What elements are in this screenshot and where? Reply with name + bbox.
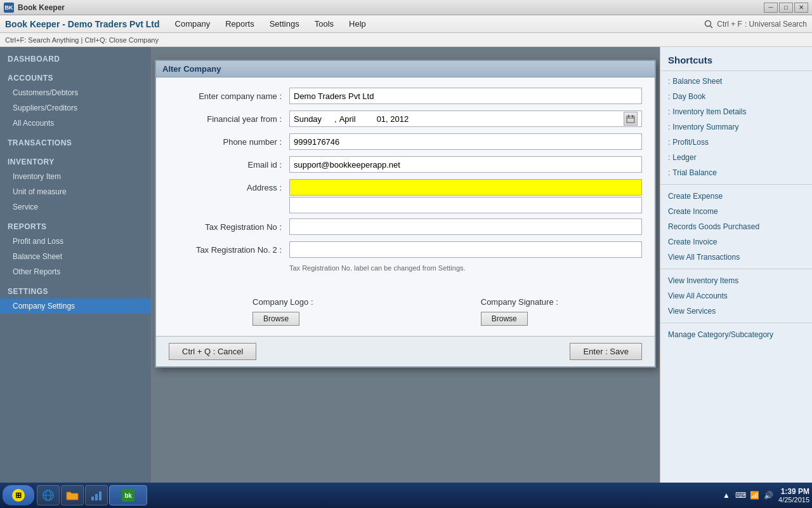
shortcut-ledger[interactable]: :Ledger [660, 150, 812, 165]
email-row: Email id : [169, 156, 642, 173]
email-input[interactable] [289, 156, 642, 173]
date-comma: , [334, 114, 337, 124]
taskbar-chart-button[interactable] [85, 485, 108, 505]
svg-point-0 [705, 20, 711, 26]
address-input-1[interactable] [289, 179, 642, 196]
sidebar-item-company-settings[interactable]: Company Settings [0, 298, 151, 314]
shortcut-create-invoice[interactable]: Create Invoice [660, 234, 812, 250]
shortcut-balance-sheet[interactable]: :Balance Sheet [660, 74, 812, 89]
phone-label: Phone number : [169, 137, 289, 147]
taskbar-bk-button[interactable]: bk [109, 485, 147, 505]
address-row-2 [169, 197, 642, 213]
logo-label: Company Logo : [252, 297, 313, 307]
taskbar: ⊞ bk ▲ ⌨ 📶 🔊 1:39 PM 4/25/2015 [0, 483, 812, 508]
sidebar-item-all-accounts[interactable]: All Accounts [0, 116, 151, 131]
address-row-1: Address : [169, 179, 642, 196]
taskbar-folder-button[interactable] [61, 485, 84, 505]
sidebar-item-customers[interactable]: Customers/Debtors [0, 85, 151, 100]
sidebar-item-unit-of-measure[interactable]: Unit of measure [0, 184, 151, 199]
shortcut-bar: Ctrl+F: Search Anything | Ctrl+Q: Close … [0, 33, 812, 47]
close-button[interactable]: ✕ [794, 3, 808, 13]
dialog-title: Alter Company [162, 64, 221, 74]
shortcut-trial-balance[interactable]: :Trial Balance [660, 165, 812, 180]
menu-reports[interactable]: Reports [219, 17, 261, 30]
company-name-input[interactable] [289, 88, 642, 104]
tax-reg-label: Tax Registration No : [169, 222, 289, 232]
sidebar-item-service[interactable]: Service [0, 199, 151, 215]
shortcut-view-inventory-items[interactable]: View Inventory Items [660, 273, 812, 288]
company-logo-area: Company Logo : Browse [252, 297, 313, 326]
cancel-button[interactable]: Ctrl + Q : Cancel [169, 343, 256, 360]
email-label: Email id : [169, 160, 289, 170]
tray-network-icon[interactable]: 📶 [749, 490, 759, 500]
search-icon [703, 18, 714, 30]
sidebar-section-settings: SETTINGS [0, 282, 151, 298]
phone-row: Phone number : [169, 133, 642, 150]
sidebar-item-balance-sheet[interactable]: Balance Sheet [0, 249, 151, 264]
tax-reg-row: Tax Registration No : [169, 218, 642, 235]
sidebar-item-other-reports[interactable]: Other Reports [0, 264, 151, 279]
svg-rect-2 [627, 116, 634, 123]
shortcut-create-income[interactable]: Create Income [660, 204, 812, 219]
shortcuts-divider [660, 184, 812, 185]
clock-time: 1:39 PM [778, 487, 809, 496]
signature-label: Company Signature : [481, 297, 558, 307]
taskbar-right: ▲ ⌨ 📶 🔊 1:39 PM 4/25/2015 [721, 487, 809, 504]
tray-arrow-icon[interactable]: ▲ [721, 490, 731, 500]
shortcut-manage-category[interactable]: Manage Category/Subcategory [660, 327, 812, 342]
address-input-2[interactable] [289, 197, 642, 213]
sidebar-section-inventory: INVENTORY [0, 152, 151, 169]
browse-signature-button[interactable]: Browse [481, 312, 528, 326]
titlebar-controls[interactable]: ─ □ ✕ [764, 3, 808, 13]
date-day-input[interactable] [294, 114, 332, 124]
financial-year-row: Financial year from : , [169, 110, 642, 127]
date-month-input[interactable] [339, 114, 374, 124]
shortcut-profit-loss[interactable]: :Profit/Loss [660, 135, 812, 150]
dialog-body: Enter company name : Financial year from… [156, 77, 655, 287]
shortcut-records-goods-purchased[interactable]: Records Goods Purchased [660, 219, 812, 234]
sidebar-item-profit-loss[interactable]: Profit and Loss [0, 234, 151, 249]
tray-keyboard-icon[interactable]: ⌨ [735, 490, 745, 500]
calendar-button[interactable] [624, 112, 638, 126]
clock-date: 4/25/2015 [778, 496, 809, 504]
tax-note: Tax Registration No. label can be change… [289, 264, 642, 272]
tax-reg2-row: Tax Registration No. 2 : [169, 241, 642, 258]
shortcuts-title: Shortcuts [660, 52, 812, 71]
shortcut-create-expense[interactable]: Create Expense [660, 189, 812, 204]
shortcut-inventory-item-details[interactable]: :Inventory Item Details [660, 104, 812, 119]
maximize-button[interactable]: □ [779, 3, 793, 13]
sidebar-item-inventory-item[interactable]: Inventory Item [0, 169, 151, 184]
start-button[interactable]: ⊞ [3, 485, 34, 505]
menu-company[interactable]: Company [169, 17, 217, 30]
taskbar-ie-button[interactable] [37, 485, 60, 505]
save-button[interactable]: Enter : Save [570, 343, 642, 360]
taskbar-system-icons: ▲ ⌨ 📶 🔊 [721, 490, 773, 500]
tax-reg2-label: Tax Registration No. 2 : [169, 245, 289, 255]
shortcuts-divider-2 [660, 269, 812, 269]
tray-volume-icon[interactable]: 🔊 [763, 490, 773, 500]
dialog-titlebar: Alter Company [156, 61, 655, 77]
date-field[interactable]: , [289, 110, 642, 127]
titlebar: BK Book Keeper ─ □ ✕ [0, 0, 812, 15]
shortcut-view-all-transactions[interactable]: View All Transactions [660, 250, 812, 265]
windows-logo-icon: ⊞ [12, 489, 25, 502]
shortcut-view-all-accounts[interactable]: View All Accounts [660, 288, 812, 304]
date-year-input[interactable] [377, 114, 421, 124]
address-label: Address : [169, 183, 289, 192]
alter-company-dialog: Alter Company Enter company name : Finan… [155, 60, 656, 368]
tax-reg-input[interactable] [289, 218, 642, 235]
sidebar-item-suppliers[interactable]: Suppliers/Creditors [0, 100, 151, 116]
menu-settings[interactable]: Settings [263, 17, 306, 30]
minimize-button[interactable]: ─ [764, 3, 778, 13]
phone-input[interactable] [289, 133, 642, 150]
tax-reg2-input[interactable] [289, 241, 642, 258]
titlebar-title: Book Keeper [18, 3, 65, 12]
shortcut-inventory-summary[interactable]: :Inventory Summary [660, 119, 812, 135]
menu-help[interactable]: Help [343, 17, 372, 30]
shortcut-view-services[interactable]: View Services [660, 304, 812, 319]
menu-tools[interactable]: Tools [308, 17, 340, 30]
titlebar-left: BK Book Keeper [4, 3, 65, 13]
browse-logo-button[interactable]: Browse [252, 312, 299, 326]
shortcut-day-book[interactable]: :Day Book [660, 89, 812, 104]
logo-signature-section: Company Logo : Browse Company Signature … [156, 287, 655, 336]
